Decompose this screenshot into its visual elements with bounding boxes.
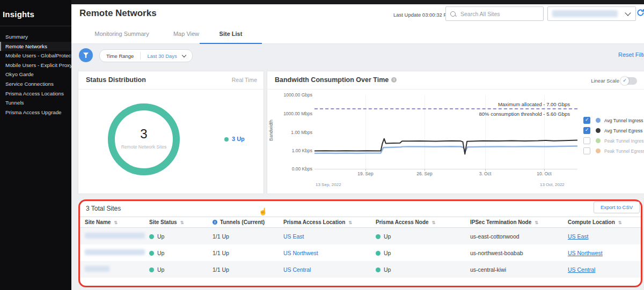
compute-location-link[interactable]: US East [568,233,589,240]
y-tick: 1000.00 Mbps [272,111,312,116]
sidebar-item-mobile-users-globalprotect[interactable]: Mobile Users - GlobalProtect [0,51,71,61]
sidebar-item-okyo-garde[interactable]: Okyo Garde [0,70,71,79]
sidebar-menu: Summary Remote Networks Mobile Users - G… [0,32,71,117]
pa-location-link[interactable]: US Northwest [283,250,318,256]
sort-icon[interactable]: ⇅ [535,220,538,225]
bandwidth-series-svg [314,95,577,169]
up-status-dot [376,267,380,272]
legend-label: Peak Tunnel Ingress [604,138,644,144]
pa-location-cell: US Northwest [283,250,376,256]
sidebar-item-summary[interactable]: Summary [0,32,71,42]
table-row: Up 1/1 Up US Northwest Up us-northwest-b… [80,244,641,261]
time-range-picker[interactable]: Time Range Last 30 Days [99,49,193,62]
y-tick: 0.00 Kbps [272,166,312,172]
x-tick: 26. Sep [416,171,432,176]
x-tick: 10. Oct [537,171,551,176]
column-prisma-access-node[interactable]: Prisma Access Node⇅ [376,219,470,225]
legend-peak-tunnel-ingress: Peak Tunnel Ingress [583,137,644,144]
tab-site-list[interactable]: Site List [200,25,262,44]
page-title: Remote Networks [79,8,157,19]
site-status-cell: Up [149,266,213,273]
checkbox[interactable] [583,147,590,154]
sidebar-divider [0,26,71,26]
series-color-dot [596,148,601,153]
up-status-dot [149,267,154,272]
column-site-name[interactable]: Site Name⇅ [85,219,149,225]
legend-avg-tunnel-ingress: Avg Tunnel Ingress [583,117,643,124]
bandwidth-card-title: Bandwidth Consumption Over Timei [275,76,397,84]
filter-button[interactable] [79,48,93,62]
legend-avg-tunnel-egress: Avg Tunnel Egress [583,127,642,134]
x-axis-line [314,169,577,169]
sidebar-item-remote-networks[interactable]: Remote Networks [0,42,71,51]
y-tick: 1000.00 Gbps [272,92,312,98]
pa-location-link[interactable]: US East [283,233,304,240]
column-tunnels[interactable]: iTunnels (Current) [213,219,283,225]
checkbox[interactable] [583,127,590,134]
column-site-status[interactable]: Site Status⇅ [149,219,213,225]
chevron-down-icon [625,10,631,16]
tenant-dropdown[interactable] [547,6,636,21]
sort-icon[interactable]: ⇅ [618,220,622,225]
column-prisma-access-location[interactable]: Prisma Access Location⇅ [283,219,376,225]
sidebar-item-mobile-users-explicit-proxy[interactable]: Mobile Users - Explicit Proxy [0,61,71,70]
table-row: Up 1/1 Up US East Up us-east-cottonwood … [80,228,641,244]
checkbox[interactable] [583,117,590,124]
status-distribution-card: Status Distribution Real Time 3 Remote N… [78,71,264,194]
pa-location-link[interactable]: US Central [283,266,311,273]
sort-icon[interactable]: ⇅ [180,220,184,225]
info-icon[interactable]: i [391,77,397,83]
status-up-dot [224,137,229,142]
pa-node-cell: Up [376,266,470,273]
sort-icon[interactable]: ⇅ [348,220,352,225]
sort-icon[interactable]: ⇅ [114,220,118,225]
legend-label: Peak Tunnel Egress [604,148,644,154]
sidebar-item-prisma-access-locations[interactable]: Prisma Access Locations [0,89,71,99]
time-range-value[interactable]: Last 30 Days [141,53,181,59]
column-ipsec-termination-node[interactable]: IPSec Termination Node⇅ [470,219,568,225]
ipsec-node-cell: us-central-kiwi [470,266,568,273]
checkbox[interactable] [583,137,590,144]
range-end-label: 13 Oct, 2022 [540,182,565,187]
tenant-value-redacted [552,10,618,17]
compute-location-link[interactable]: US Northwest [568,250,603,256]
sidebar: Insights Summary Remote Networks Mobile … [0,0,71,290]
x-tick: 3. Oct [479,171,492,176]
up-status-dot [376,234,380,239]
info-icon: i [213,220,217,225]
last-update-text: Last Update 03:00:32 PM [393,12,451,18]
reset-filters-link[interactable]: Reset Filters [618,51,644,58]
ipsec-node-cell: us-northwest-boabab [470,250,568,256]
site-search[interactable] [445,6,544,21]
sidebar-item-service-connections[interactable]: Service Connections [0,79,71,89]
refresh-icon[interactable] [636,9,644,19]
series-color-dot [596,128,601,133]
donut-center-value: 3 [108,127,180,142]
series-color-dot [596,118,601,123]
pa-location-cell: US East [283,233,376,240]
sidebar-title: Insights [3,10,34,19]
site-name-cell [85,249,149,256]
linear-scale-toggle[interactable]: ✓ [621,77,637,85]
chevron-down-icon [182,53,186,57]
y-tick: 1.00 Mbps [272,130,312,135]
search-icon [450,11,456,17]
y-tick: 1.00 Kbps [272,148,312,153]
sidebar-item-prisma-access-upgrade[interactable]: Prisma Access Upgrade [0,108,71,117]
compute-location-link[interactable]: US Central [568,266,595,273]
site-name-redacted [85,249,145,255]
range-start-label: 13 Sep, 2022 [316,182,341,187]
tunnels-cell: 1/1 Up [213,250,283,256]
sidebar-item-tunnels[interactable]: Tunnels [0,98,71,108]
tunnels-cell: 1/1 Up [213,266,283,273]
column-compute-location[interactable]: Compute Location⇅ [568,219,632,225]
toggle-knob-check-icon: ✓ [620,77,629,85]
legend-label: Avg Tunnel Egress [604,128,642,133]
export-to-csv-button[interactable]: Export to CSV [594,202,640,213]
sort-icon[interactable]: ⇅ [432,220,436,225]
x-tick: 19. Sep [357,171,373,176]
site-name-redacted [85,233,145,239]
compute-location-cell: US East [568,233,632,240]
search-input[interactable] [459,10,531,18]
divider [78,89,264,90]
